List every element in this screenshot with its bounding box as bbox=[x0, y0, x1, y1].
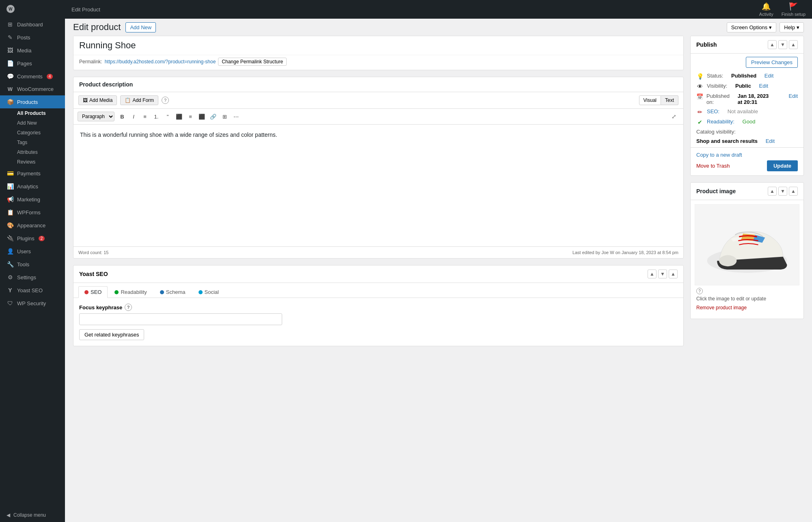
last-edited: Last edited by Joe W on January 18, 2023… bbox=[572, 250, 678, 255]
sidebar-item-marketing[interactable]: 📢 Marketing bbox=[0, 193, 65, 206]
sidebar-item-dashboard[interactable]: ⊞ Dashboard bbox=[0, 18, 65, 31]
align-right-button[interactable]: ⬛ bbox=[197, 111, 207, 122]
add-media-button[interactable]: 🖼 Add Media bbox=[78, 95, 117, 105]
publish-collapse-up-button[interactable]: ▲ bbox=[768, 40, 777, 49]
text-mode-button[interactable]: Text bbox=[661, 95, 678, 105]
sidebar-item-media[interactable]: 🖼 Media bbox=[0, 44, 65, 57]
yoast-tab-seo[interactable]: SEO bbox=[78, 286, 108, 298]
product-image[interactable] bbox=[695, 204, 799, 285]
sidebar-item-users[interactable]: 👤 Users bbox=[0, 245, 65, 258]
link-button[interactable]: 🔗 bbox=[208, 111, 218, 122]
img-collapse-up-button[interactable]: ▲ bbox=[768, 187, 777, 196]
page-header: Edit product Add New Screen Options ▾ He… bbox=[65, 19, 812, 36]
published-edit-link[interactable]: Edit bbox=[789, 93, 798, 99]
submenu-add-new[interactable]: Add New bbox=[0, 118, 65, 128]
focus-keyphrase-input[interactable] bbox=[79, 313, 282, 325]
submenu-all-products[interactable]: All Products bbox=[0, 108, 65, 118]
page-header-right: Screen Options ▾ Help ▾ bbox=[727, 22, 804, 32]
screen-options-button[interactable]: Screen Options ▾ bbox=[727, 22, 777, 32]
submenu-tags[interactable]: Tags bbox=[0, 138, 65, 147]
img-help-icon[interactable]: ? bbox=[696, 288, 703, 294]
change-permalink-button[interactable]: Change Permalink Structure bbox=[218, 58, 287, 66]
publish-collapse-down-button[interactable]: ▼ bbox=[778, 40, 787, 49]
visibility-edit-link[interactable]: Edit bbox=[759, 83, 768, 89]
add-new-button[interactable]: Add New bbox=[125, 22, 156, 32]
posts-icon: ✎ bbox=[6, 34, 14, 41]
yoast-close-button[interactable]: ▲ bbox=[669, 270, 678, 278]
sidebar-item-wpforms[interactable]: 📋 WPForms bbox=[0, 206, 65, 219]
yoast-tab-readability[interactable]: Readability bbox=[108, 286, 153, 298]
sidebar-item-tools[interactable]: 🔧 Tools bbox=[0, 258, 65, 271]
sidebar-item-woocommerce[interactable]: W WooCommerce bbox=[0, 83, 65, 95]
seo-link[interactable]: SEO: bbox=[707, 108, 719, 114]
sidebar-item-posts[interactable]: ✎ Posts bbox=[0, 31, 65, 44]
main-content: Edit product Add New Screen Options ▾ He… bbox=[65, 19, 812, 522]
add-media-icon: 🖼 bbox=[83, 97, 88, 103]
img-toggle-button[interactable]: ▲ bbox=[789, 187, 798, 196]
sidebar-item-plugins[interactable]: 🔌 Plugins 2 bbox=[0, 232, 65, 245]
publish-panel-controls: ▲ ▼ ▲ bbox=[768, 40, 798, 49]
product-title-input[interactable] bbox=[73, 36, 683, 55]
sidebar-item-settings[interactable]: ⚙ Settings bbox=[0, 271, 65, 284]
preview-changes-button[interactable]: Preview Changes bbox=[746, 57, 798, 68]
yoast-collapse-up-button[interactable]: ▲ bbox=[648, 270, 657, 278]
activity-btn[interactable]: 🔔 Activity bbox=[759, 2, 773, 17]
visibility-icon: 👁 bbox=[696, 83, 704, 90]
submenu-attributes[interactable]: Attributes bbox=[0, 147, 65, 157]
img-collapse-down-button[interactable]: ▼ bbox=[778, 187, 787, 196]
blockquote-button[interactable]: " bbox=[162, 111, 173, 122]
sidebar-item-comments[interactable]: 💬 Comments 4 bbox=[0, 70, 65, 83]
visibility-label: Visibility: bbox=[707, 83, 727, 89]
analytics-icon: 📊 bbox=[6, 183, 14, 190]
catalog-edit-link[interactable]: Edit bbox=[766, 138, 775, 144]
format-toolbar: Paragraph B I ≡ 1. " ⬛ ≡ ⬛ 🔗 ⊞ ⋯ ⤢ bbox=[73, 109, 683, 125]
sidebar-item-payments[interactable]: 💳 Payments bbox=[0, 167, 65, 180]
publish-toggle-button[interactable]: ▲ bbox=[789, 40, 798, 49]
move-trash-link[interactable]: Move to Trash bbox=[696, 163, 730, 169]
screen-options-label: Screen Options bbox=[731, 24, 768, 30]
finish-setup-btn[interactable]: 🚩 Finish setup bbox=[782, 2, 806, 17]
submenu-categories[interactable]: Categories bbox=[0, 128, 65, 138]
submenu-reviews[interactable]: Reviews bbox=[0, 157, 65, 167]
italic-button[interactable]: I bbox=[128, 111, 139, 122]
visual-mode-button[interactable]: Visual bbox=[639, 95, 661, 105]
status-field: 💡 Status: Published Edit bbox=[696, 73, 798, 80]
paragraph-select[interactable]: Paragraph bbox=[78, 112, 114, 121]
sidebar-item-products[interactable]: 📦 Products bbox=[0, 95, 65, 108]
screen-options-chevron-icon: ▾ bbox=[769, 24, 772, 30]
table-button[interactable]: ⊞ bbox=[219, 111, 230, 122]
editor-content[interactable]: This is a wonderful running shoe with a … bbox=[73, 125, 683, 246]
update-button[interactable]: Update bbox=[767, 160, 798, 171]
unordered-list-button[interactable]: ≡ bbox=[140, 111, 150, 122]
ordered-list-button[interactable]: 1. bbox=[151, 111, 162, 122]
sidebar-label-yoast: Yoast SEO bbox=[17, 287, 43, 293]
readability-link[interactable]: Readability: bbox=[707, 119, 734, 125]
align-left-button[interactable]: ⬛ bbox=[174, 111, 184, 122]
align-center-button[interactable]: ≡ bbox=[185, 111, 196, 122]
yoast-tab-social[interactable]: Social bbox=[192, 286, 225, 298]
permalink-url[interactable]: https://buddy.a2hosted.com/?product=runn… bbox=[105, 59, 216, 65]
remove-image-link[interactable]: Remove product image bbox=[695, 304, 799, 315]
editor-help-icon[interactable]: ? bbox=[162, 97, 169, 104]
fullscreen-button[interactable]: ⤢ bbox=[669, 111, 679, 122]
yoast-collapse-down-button[interactable]: ▼ bbox=[658, 270, 667, 278]
get-keyphrases-button[interactable]: Get related keyphrases bbox=[79, 329, 144, 340]
sidebar-item-wpsecurity[interactable]: 🛡 WP Security bbox=[0, 297, 65, 310]
sidebar-item-analytics[interactable]: 📊 Analytics bbox=[0, 180, 65, 193]
bold-button[interactable]: B bbox=[117, 111, 127, 122]
collapse-menu-btn[interactable]: ◀ Collapse menu bbox=[0, 508, 65, 522]
sidebar-item-yoast[interactable]: Y Yoast SEO bbox=[0, 284, 65, 297]
status-edit-link[interactable]: Edit bbox=[764, 73, 773, 79]
add-form-button[interactable]: 📋 Add Form bbox=[120, 95, 158, 105]
yoast-panel-controls: ▲ ▼ ▲ bbox=[648, 270, 678, 278]
yoast-tab-schema[interactable]: Schema bbox=[154, 286, 192, 298]
sidebar-item-pages[interactable]: 📄 Pages bbox=[0, 57, 65, 70]
focus-help-icon[interactable]: ? bbox=[125, 304, 132, 311]
wpforms-icon: 📋 bbox=[6, 209, 14, 216]
help-button[interactable]: Help ▾ bbox=[780, 22, 804, 32]
more-button[interactable]: ⋯ bbox=[231, 111, 241, 122]
copy-draft-link[interactable]: Copy to a new draft bbox=[696, 152, 798, 158]
product-image-panel: Product image ▲ ▼ ▲ bbox=[690, 182, 804, 319]
sidebar-item-appearance[interactable]: 🎨 Appearance bbox=[0, 219, 65, 232]
visibility-value: Public bbox=[735, 83, 751, 89]
